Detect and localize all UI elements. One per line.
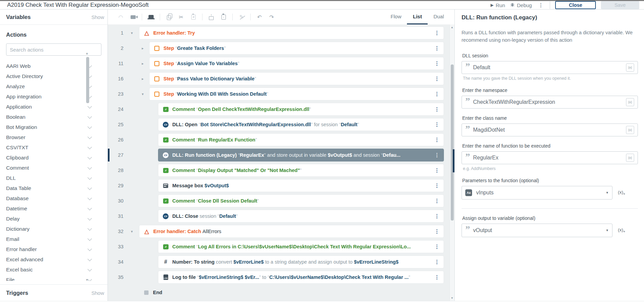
action-row-26[interactable]: 26//Comment “Run RegularEx Function”⋮ bbox=[108, 133, 449, 146]
sidebar-item-csv-txt[interactable]: CSV/TXT bbox=[6, 142, 101, 153]
tab-flow[interactable]: Flow bbox=[385, 10, 407, 24]
action-card[interactable]: Step “Pass Value to Dictionary Variable”… bbox=[149, 72, 444, 85]
row-menu-icon[interactable]: ⋮ bbox=[434, 259, 440, 265]
row-menu-icon[interactable]: ⋮ bbox=[434, 274, 440, 280]
more-options-icon[interactable]: ⋮ bbox=[537, 2, 545, 8]
action-row-33[interactable]: 33//Comment “Log All Errors in C:\Users\… bbox=[108, 240, 449, 253]
list-scroll-down-icon[interactable]: ▼ bbox=[451, 297, 453, 300]
action-card[interactable]: //Comment “Open Dell CheckTextWithRegula… bbox=[158, 103, 444, 116]
sidebar-scroll-up-icon[interactable]: ▲ bbox=[85, 52, 89, 55]
tab-list[interactable]: List bbox=[407, 10, 428, 24]
tab-dual[interactable]: Dual bbox=[428, 10, 450, 24]
list-scrollbar-thumb[interactable] bbox=[451, 64, 454, 221]
sidebar-item-email[interactable]: Email bbox=[6, 234, 101, 244]
classname-input[interactable]: ” MagdiDotNet (x) bbox=[462, 124, 638, 136]
cut-icon[interactable]: ✂ bbox=[177, 13, 185, 21]
insert-variable-button[interactable]: (x) bbox=[626, 126, 634, 134]
row-menu-icon[interactable]: ⋮ bbox=[434, 60, 440, 66]
sidebar-item-excel-advanced[interactable]: Excel advanced bbox=[6, 254, 101, 265]
action-row-25[interactable]: 25C#DLL: Open “Bot Store\CheckTextWithRe… bbox=[108, 118, 449, 131]
action-row-27[interactable]: 27C#DLL: Run function (Legacy) “RegularE… bbox=[108, 149, 449, 162]
action-row-35[interactable]: 35LOGLog to file “$vErrorLineString$ $vE… bbox=[108, 271, 449, 284]
insert-variable-button[interactable]: (x) bbox=[626, 98, 634, 106]
sidebar-item-excel-basic[interactable]: Excel basic bbox=[6, 265, 101, 275]
collapse-icon[interactable]: ▾ bbox=[131, 26, 133, 39]
action-row-16[interactable]: 16▸Step “Pass Value to Dictionary Variab… bbox=[108, 72, 449, 85]
row-menu-icon[interactable]: ⋮ bbox=[434, 228, 440, 234]
variables-show-button[interactable]: Show bbox=[91, 14, 104, 20]
row-menu-icon[interactable]: ⋮ bbox=[434, 137, 440, 143]
row-menu-icon[interactable]: ⋮ bbox=[434, 198, 440, 204]
action-card[interactable]: C#DLL: Open “Bot Store\CheckTextWithRegu… bbox=[158, 118, 444, 131]
action-row-11[interactable]: 11▸Step “Assign Value To Variables”⋮ bbox=[108, 57, 449, 70]
save-button[interactable]: Save bbox=[601, 1, 639, 9]
row-menu-icon[interactable]: ⋮ bbox=[434, 183, 440, 189]
function-name-input[interactable]: ” RegularEx (x) bbox=[462, 151, 638, 164]
action-card[interactable]: //Comment “Run RegularEx Function”⋮ bbox=[158, 133, 444, 146]
row-menu-icon[interactable]: ⋮ bbox=[434, 152, 440, 158]
action-row-23[interactable]: 23▾Step “Working With Dll With Session D… bbox=[108, 88, 449, 100]
paste-delete-icon[interactable]: ✕ bbox=[189, 13, 197, 21]
insert-variable-button[interactable]: (x) bbox=[626, 63, 634, 72]
row-menu-icon[interactable]: ⋮ bbox=[434, 45, 440, 51]
action-row-31[interactable]: 31C#DLL: Close session “Default”⋮ bbox=[108, 210, 449, 223]
close-button[interactable]: Close bbox=[555, 1, 596, 9]
sidebar-item-error-handler[interactable]: Error handler bbox=[6, 244, 101, 254]
action-row-30[interactable]: 30//Comment “Close Dll Session Default”⋮ bbox=[108, 194, 449, 207]
debug-button[interactable]: Debug bbox=[510, 2, 532, 8]
row-menu-icon[interactable]: ⋮ bbox=[434, 244, 440, 250]
action-card[interactable]: △Error handler: Catch AllErrors⋮ bbox=[139, 225, 444, 238]
action-card[interactable]: △Error handler: Try⋮ bbox=[139, 26, 444, 39]
edit-disabled-icon[interactable]: ✎ bbox=[237, 13, 246, 21]
sidebar-item-database[interactable]: Database bbox=[6, 193, 101, 204]
row-menu-icon[interactable]: ⋮ bbox=[434, 167, 440, 173]
sidebar-item-comment[interactable]: Comment bbox=[6, 163, 101, 173]
insert-variable-button[interactable]: (x)+ bbox=[618, 190, 625, 196]
collapse-icon[interactable]: ▾ bbox=[131, 225, 133, 238]
expand-icon[interactable]: ▸ bbox=[142, 57, 144, 70]
parameters-dropdown[interactable]: Aa vInputs ▼ bbox=[462, 186, 612, 200]
row-menu-icon[interactable]: ⋮ bbox=[434, 106, 440, 112]
copy-icon[interactable] bbox=[165, 13, 173, 21]
sidebar-scroll-down-icon[interactable]: ▼ bbox=[85, 278, 89, 282]
camera-icon[interactable] bbox=[129, 13, 137, 21]
action-card[interactable]: Step “Greate Task Folders”⋮ bbox=[149, 42, 444, 55]
action-row-32[interactable]: 32▾△Error handler: Catch AllErrors⋮ bbox=[108, 225, 449, 238]
expand-icon[interactable]: ▸ bbox=[142, 42, 144, 55]
undo-icon[interactable]: ↶ bbox=[255, 13, 264, 21]
dll-session-input[interactable]: ” Default (x) bbox=[462, 61, 638, 74]
sidebar-item-clipboard[interactable]: Clipboard bbox=[6, 153, 101, 163]
action-card[interactable]: //Comment “Close Dll Session Default”⋮ bbox=[158, 194, 444, 207]
expand-icon[interactable]: ▸ bbox=[142, 72, 144, 85]
action-row-1[interactable]: 1▾△Error handler: Try⋮ bbox=[108, 26, 449, 39]
row-menu-icon[interactable]: ⋮ bbox=[434, 91, 440, 97]
row-menu-icon[interactable]: ⋮ bbox=[434, 213, 440, 219]
sidebar-item-boolean[interactable]: Boolean bbox=[6, 112, 101, 122]
collapse-icon[interactable]: ▾ bbox=[142, 88, 144, 100]
action-card[interactable]: Message box $vOutput$⋮ bbox=[158, 179, 444, 192]
action-card[interactable]: C#DLL: Close session “Default”⋮ bbox=[158, 210, 444, 223]
arc-icon[interactable]: ◠ bbox=[117, 13, 125, 21]
action-row-24[interactable]: 24//Comment “Open Dell CheckTextWithRegu… bbox=[108, 103, 449, 116]
action-row-2[interactable]: 2▸Step “Greate Task Folders”⋮ bbox=[108, 42, 449, 55]
sidebar-item-data-table[interactable]: Data Table bbox=[6, 183, 101, 193]
action-card[interactable]: Step “Working With Dll With Session Defa… bbox=[149, 88, 444, 100]
list-scrollbar[interactable]: ▲ ▼ bbox=[449, 24, 454, 301]
redo-icon[interactable]: ↷ bbox=[268, 13, 276, 21]
desktop-icon[interactable] bbox=[147, 13, 155, 21]
sidebar-item-browser[interactable]: Browser bbox=[6, 132, 101, 142]
action-card[interactable]: //Comment “Display Output "Matched" Or "… bbox=[158, 164, 444, 177]
action-row-28[interactable]: 28//Comment “Display Output "Matched" Or… bbox=[108, 164, 449, 177]
row-menu-icon[interactable]: ⋮ bbox=[434, 121, 440, 128]
sidebar-item-datetime[interactable]: Datetime bbox=[6, 204, 101, 214]
action-row-29[interactable]: 29Message box $vOutput$⋮ bbox=[108, 179, 449, 192]
sidebar-scrollbar-thumb[interactable] bbox=[86, 57, 89, 103]
run-button[interactable]: ▶ Run bbox=[490, 2, 505, 8]
action-card[interactable]: C#DLL: Run function (Legacy) “RegularEx”… bbox=[158, 149, 444, 162]
sidebar-item-dictionary[interactable]: Dictionary bbox=[6, 224, 101, 234]
triggers-show-button[interactable]: Show bbox=[91, 290, 104, 296]
action-card[interactable]: #Number: To string convert $vErrorLine$ … bbox=[158, 255, 444, 268]
action-card[interactable]: Step “Assign Value To Variables”⋮ bbox=[149, 57, 444, 70]
insert-variable-button[interactable]: (x) bbox=[626, 154, 634, 162]
action-row-34[interactable]: 34#Number: To string convert $vErrorLine… bbox=[108, 255, 449, 268]
